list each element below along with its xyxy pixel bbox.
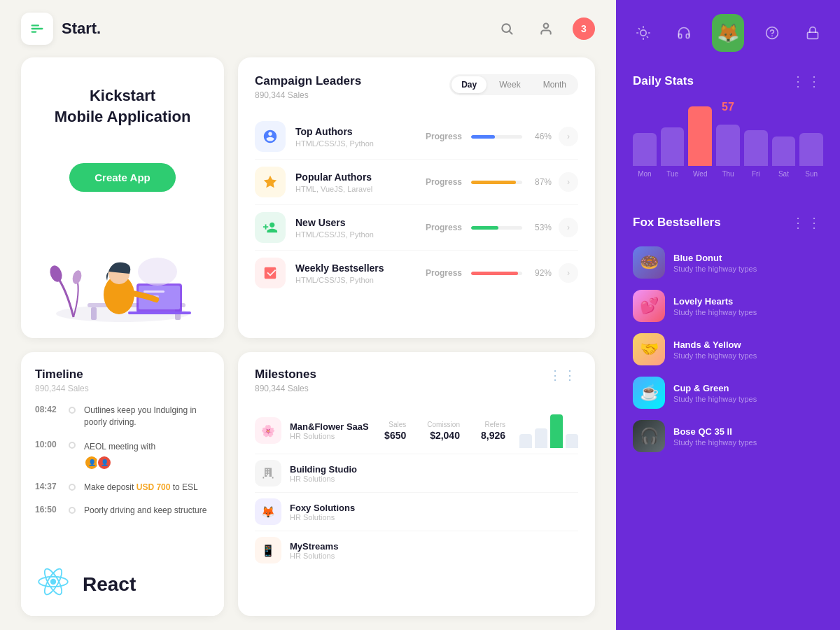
- leader-icon-4: [255, 258, 286, 288]
- sidebar-icon-headphones[interactable]: [671, 18, 697, 48]
- bestseller-item-3: 🤝 Hands & Yellow Study the highway types: [633, 328, 823, 371]
- fox-bestsellers-title: Fox Bestsellers: [633, 216, 721, 230]
- milestone-row-1: 🌸 Man&Flower SaaS HR Solutions Sales $65…: [255, 407, 578, 454]
- kickstart-title: Kickstart Mobile Application: [55, 85, 191, 127]
- bestseller-thumb-1: 🍩: [633, 246, 665, 279]
- svg-point-5: [544, 24, 549, 29]
- app-logo-text: Start.: [62, 20, 101, 38]
- progress-bar-3: [471, 226, 522, 230]
- chart-bar-fri: Fri: [744, 130, 768, 178]
- leaders-list: Top Authors HTML/CSS/JS, Python Progress…: [255, 114, 578, 295]
- bestseller-info-2: Lovely Hearts Study the highway types: [673, 296, 757, 316]
- bestseller-thumb-4: ☕: [633, 377, 665, 409]
- create-app-button[interactable]: Create App: [69, 163, 175, 192]
- svg-point-8: [71, 270, 83, 285]
- sidebar-icon-help[interactable]: [758, 18, 785, 48]
- milestones-subtitle: 890,344 Sales: [255, 384, 316, 393]
- progress-section-2: Progress 87%: [426, 177, 552, 187]
- tab-month[interactable]: Month: [533, 76, 576, 93]
- leader-row-1: Top Authors HTML/CSS/JS, Python Progress…: [255, 114, 578, 160]
- chart-bar-sun: Sun: [799, 133, 823, 178]
- milestones-menu-icon[interactable]: ⋮⋮: [549, 368, 578, 383]
- chart-bar-mon: Mon: [633, 133, 657, 178]
- bestseller-thumb-2: 💕: [633, 290, 665, 322]
- leader-row-2: Popular Authors HTML, VueJS, Laravel Pro…: [255, 160, 578, 205]
- tab-week[interactable]: Week: [489, 76, 530, 93]
- react-label-text: React: [83, 573, 136, 596]
- fox-bestsellers-section: Fox Bestsellers ⋮⋮ 🍩 Blue Donut Study th…: [616, 203, 840, 630]
- sidebar-icon-lock[interactable]: [799, 18, 826, 48]
- user-icon[interactable]: [533, 16, 559, 41]
- svg-line-4: [510, 31, 512, 34]
- progress-bar-2: [471, 181, 522, 184]
- milestone-info-2: Building Studio HR Solutions: [290, 464, 578, 483]
- milestone-row-4: 📱 MyStreams HR Solutions: [255, 531, 578, 569]
- milestones-card: Milestones 890,344 Sales ⋮⋮ 🌸 Man&Flower…: [238, 352, 595, 616]
- sidebar-icon-bulb[interactable]: [630, 18, 657, 48]
- campaign-title: Campaign Leaders: [255, 74, 361, 88]
- bestseller-info-5: Bose QC 35 II Study the highway types: [673, 426, 757, 447]
- fox-bestsellers-menu-icon[interactable]: ⋮⋮: [791, 214, 823, 231]
- sidebar-icon-fox[interactable]: 🦊: [712, 14, 745, 52]
- milestone-info-1: Man&Flower SaaS HR Solutions: [290, 421, 384, 440]
- svg-line-27: [639, 29, 640, 29]
- chart-peak-label: 57: [722, 101, 734, 113]
- milestone-stats-1: Sales $650 Comission $2,040 Refers 8,926: [384, 421, 505, 441]
- bestseller-item-2: 💕 Lovely Hearts Study the highway types: [633, 284, 823, 328]
- daily-stats-menu-icon[interactable]: ⋮⋮: [791, 73, 823, 90]
- leader-info-4: Weekly Bestsellers HTML/CSS/JS, Python: [295, 262, 426, 284]
- leader-arrow-3[interactable]: ›: [559, 218, 578, 237]
- header: Start. 3: [0, 0, 616, 57]
- campaign-subtitle: 890,344 Sales: [255, 90, 361, 100]
- logo-icon: [21, 13, 53, 45]
- svg-rect-14: [128, 312, 191, 314]
- leader-arrow-4[interactable]: ›: [559, 263, 578, 283]
- milestone-icon-3: 🦊: [255, 498, 281, 525]
- leader-icon-3: [255, 212, 286, 243]
- svg-line-28: [647, 36, 648, 37]
- leader-arrow-2[interactable]: ›: [559, 172, 578, 192]
- svg-rect-15: [144, 290, 164, 293]
- timeline-entry-3: 14:37 Make deposit USD 700 to ESL: [35, 482, 210, 493]
- bestseller-info-4: Cup & Green Study the highway types: [673, 383, 757, 403]
- stat-sales: Sales $650: [384, 421, 406, 441]
- kickstart-illustration: [46, 233, 200, 324]
- progress-section-3: Progress 53%: [426, 223, 552, 232]
- timeline-avatars: 👤 👤: [84, 455, 155, 470]
- timeline-card: Timeline 890,344 Sales 08:42 Outlines ke…: [21, 352, 224, 616]
- milestone-row-3: 🦊 Foxy Solutions HR Solutions: [255, 493, 578, 531]
- leader-row-4: Weekly Bestsellers HTML/CSS/JS, Python P…: [255, 251, 578, 295]
- daily-stats-title: Daily Stats: [633, 74, 694, 88]
- leader-arrow-1[interactable]: ›: [559, 127, 578, 146]
- campaign-header: Campaign Leaders 890,344 Sales Day Week …: [255, 74, 578, 100]
- tab-day[interactable]: Day: [451, 76, 486, 93]
- milestones-title: Milestones: [255, 368, 316, 382]
- timeline-entry-1: 08:42 Outlines keep you Indulging in poo…: [35, 405, 210, 428]
- progress-section-1: Progress 46%: [426, 132, 552, 141]
- leader-info-3: New Users HTML/CSS/JS, Python: [295, 217, 426, 239]
- timeline-title: Timeline: [35, 368, 210, 382]
- bestsellers-list: 🍩 Blue Donut Study the highway types 💕 L…: [633, 241, 823, 458]
- mini-chart-1: [519, 413, 578, 448]
- chart-bar-wed: Wed: [688, 106, 712, 178]
- notification-badge[interactable]: 3: [573, 18, 595, 40]
- timeline-entry-2: 10:00 AEOL meeting with 👤 👤: [35, 440, 210, 471]
- svg-point-7: [48, 264, 64, 284]
- bestseller-item-5: 🎧 Bose QC 35 II Study the highway types: [633, 414, 823, 458]
- svg-point-24: [640, 30, 646, 36]
- svg-point-19: [138, 258, 177, 286]
- timeline-entries: 08:42 Outlines keep you Indulging in poo…: [35, 405, 210, 517]
- leader-row-3: New Users HTML/CSS/JS, Python Progress 5…: [255, 205, 578, 251]
- chart-bar-tue: Tue: [661, 127, 685, 178]
- milestones-header: Milestones 890,344 Sales ⋮⋮: [255, 368, 578, 393]
- daily-stats-header: Daily Stats ⋮⋮: [633, 73, 823, 90]
- svg-point-20: [50, 579, 56, 584]
- svg-rect-10: [91, 307, 97, 320]
- bestseller-info-3: Hands & Yellow Study the highway types: [673, 340, 757, 360]
- progress-bar-4: [471, 272, 522, 275]
- avatar-2: 👤: [97, 455, 112, 470]
- search-icon[interactable]: [494, 16, 519, 41]
- content-grid: Kickstart Mobile Application Create App: [0, 57, 616, 630]
- kickstart-card: Kickstart Mobile Application Create App: [21, 57, 224, 338]
- header-right: 3: [494, 16, 595, 41]
